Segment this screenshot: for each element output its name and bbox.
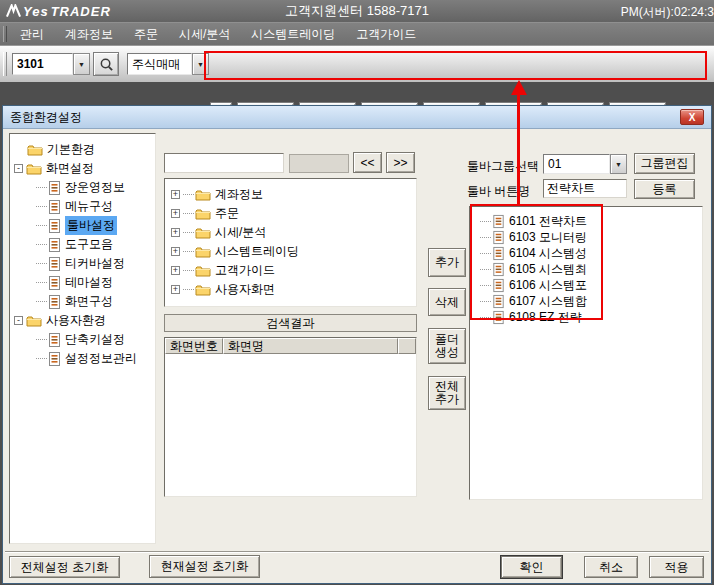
button-name-input[interactable] — [543, 179, 627, 198]
tree-leader — [36, 263, 47, 264]
toolbar-item-label: 6107 시스템합 — [509, 293, 587, 310]
screen-tree-panel: + 계좌정보 + 주문 + 시세/분석 — [164, 178, 417, 307]
reset-current-settings-button[interactable]: 현재설정 초기화 — [149, 555, 260, 578]
screen-tree-system-trading[interactable]: + 시스템트레이딩 — [165, 242, 416, 261]
screen-tree-account[interactable]: + 계좌정보 — [165, 185, 416, 204]
tree-leader — [36, 225, 47, 226]
delete-button[interactable]: 삭제 — [428, 288, 466, 316]
screen-tree-label: 시스템트레이딩 — [215, 243, 299, 260]
folder-icon — [195, 207, 211, 220]
screen-tree-label: 계좌정보 — [215, 186, 263, 203]
tree-leader — [480, 253, 491, 254]
menu-system-trading[interactable]: 시스템트레이딩 — [251, 26, 335, 43]
menu-customer-guide[interactable]: 고객가이드 — [356, 26, 416, 43]
trade-mode-combo[interactable]: 주식매매 ▼ — [127, 53, 209, 75]
ok-button[interactable]: 확인 — [501, 556, 562, 578]
tree-leader — [480, 317, 491, 318]
folder-icon — [195, 264, 211, 277]
dialog-titlebar[interactable]: 종합환경설정 X — [3, 106, 711, 129]
toolbar-item-6104[interactable]: 6104 시스템성 — [470, 245, 702, 261]
collapse-icon[interactable]: - — [14, 316, 23, 325]
search-input[interactable] — [164, 153, 284, 173]
nav-item-screen-layout[interactable]: 화면구성 — [10, 292, 155, 311]
toolbar-item-6108[interactable]: 6108 EZ 전략 — [470, 309, 702, 325]
collapse-icon[interactable]: - — [14, 164, 23, 173]
tree-leader — [36, 206, 47, 207]
expand-icon[interactable]: + — [171, 190, 180, 199]
cancel-button[interactable]: 취소 — [584, 556, 638, 578]
document-icon — [492, 246, 505, 261]
screen-code-combo[interactable]: 3101 ▼ — [12, 53, 90, 75]
nav-item-market-info[interactable]: 장운영정보 — [10, 178, 155, 197]
toolbar-grip[interactable] — [3, 52, 7, 76]
document-icon — [492, 214, 505, 229]
trade-mode-dropdown-icon[interactable]: ▼ — [192, 53, 209, 75]
screen-tree-quote[interactable]: + 시세/분석 — [165, 223, 416, 242]
screen-search-button[interactable] — [93, 52, 119, 76]
toolbar-group-combo[interactable]: 01 ▼ — [543, 154, 627, 174]
register-button[interactable]: 등록 — [634, 179, 695, 199]
close-icon[interactable]: X — [680, 109, 704, 125]
tree-leader — [36, 244, 47, 245]
menubar-grip[interactable] — [3, 26, 7, 42]
screen-tree-guide[interactable]: + 고객가이드 — [165, 261, 416, 280]
expand-icon[interactable]: + — [171, 209, 180, 218]
screen-tree-user-screen[interactable]: + 사용자화면 — [165, 280, 416, 299]
bottom-separator — [5, 551, 709, 553]
group-edit-button[interactable]: 그룹편집 — [634, 153, 695, 174]
nav-item-label: 메뉴구성 — [65, 198, 113, 215]
add-button[interactable]: 추가 — [428, 248, 466, 277]
screen-tree-order[interactable]: + 주문 — [165, 204, 416, 223]
toolbar-item-6105[interactable]: 6105 시스템최 — [470, 261, 702, 277]
expand-icon[interactable]: + — [171, 266, 180, 275]
toolbar-item-6106[interactable]: 6106 시스템포 — [470, 277, 702, 293]
tree-leader — [36, 339, 47, 340]
nav-item-menu-config[interactable]: 메뉴구성 — [10, 197, 155, 216]
nav-item-tool-collection[interactable]: 도구모음 — [10, 235, 155, 254]
toolbar-item-6101[interactable]: 6101 전략차트 — [470, 213, 702, 229]
toolbar-item-6107[interactable]: 6107 시스템합 — [470, 293, 702, 309]
nav-item-user-env[interactable]: - 사용자환경 — [10, 311, 155, 330]
nav-item-basic[interactable]: 기본환경 — [10, 140, 155, 159]
expand-icon[interactable]: + — [171, 285, 180, 294]
nav-item-settings-info[interactable]: 설정정보관리 — [10, 349, 155, 368]
folder-icon — [26, 314, 42, 327]
screen-code-dropdown-icon[interactable]: ▼ — [73, 53, 90, 75]
menu-quote-analysis[interactable]: 시세/분석 — [179, 26, 230, 43]
apply-button[interactable]: 적용 — [649, 556, 704, 578]
toolbar-group-dropdown-icon[interactable]: ▼ — [610, 154, 627, 174]
menu-account[interactable]: 계좌정보 — [65, 26, 113, 43]
move-right-button[interactable]: >> — [386, 152, 415, 173]
toolbar-item-label: 6101 전략차트 — [509, 213, 587, 230]
column-screen-name[interactable]: 화면명 — [223, 338, 398, 354]
add-all-button[interactable]: 전체추가 — [428, 376, 466, 410]
annotation-arrowhead — [511, 80, 527, 95]
menu-manage[interactable]: 관리 — [20, 26, 44, 43]
toolbar-item-6103[interactable]: 6103 모니터링 — [470, 229, 702, 245]
screen-code-value: 3101 — [12, 53, 73, 75]
column-screen-number[interactable]: 화면번호 — [165, 338, 223, 354]
tree-leader — [183, 251, 194, 252]
screen-tree-label: 사용자화면 — [215, 281, 275, 298]
nav-item-toolbar-settings[interactable]: 툴바설정 — [10, 216, 155, 235]
menu-order[interactable]: 주문 — [134, 26, 158, 43]
nav-item-ticker-bar[interactable]: 티커바설정 — [10, 254, 155, 273]
expand-icon[interactable]: + — [171, 228, 180, 237]
create-folder-button[interactable]: 폴더생성 — [428, 328, 466, 364]
tree-leader — [183, 232, 194, 233]
expand-icon[interactable]: + — [171, 247, 180, 256]
tree-leader — [36, 358, 47, 359]
search-disabled-button — [289, 154, 349, 173]
nav-item-screen-settings[interactable]: - 화면설정 — [10, 159, 155, 178]
tree-leader — [183, 270, 194, 271]
search-result-table: 화면번호 화면명 — [164, 337, 417, 497]
trade-mode-value: 주식매매 — [127, 53, 192, 75]
search-result-header: 검색결과 — [164, 314, 417, 332]
tree-leader — [183, 194, 194, 195]
nav-item-shortcut[interactable]: 단축키설정 — [10, 330, 155, 349]
move-left-button[interactable]: << — [353, 152, 382, 173]
nav-item-theme[interactable]: 테마설정 — [10, 273, 155, 292]
toolbar-items-panel: 6101 전략차트 6103 모니터링 6104 시스템성 6105 시스템최 — [469, 206, 703, 500]
reset-all-settings-button[interactable]: 전체설정 초기화 — [9, 556, 120, 578]
folder-icon — [26, 162, 42, 175]
